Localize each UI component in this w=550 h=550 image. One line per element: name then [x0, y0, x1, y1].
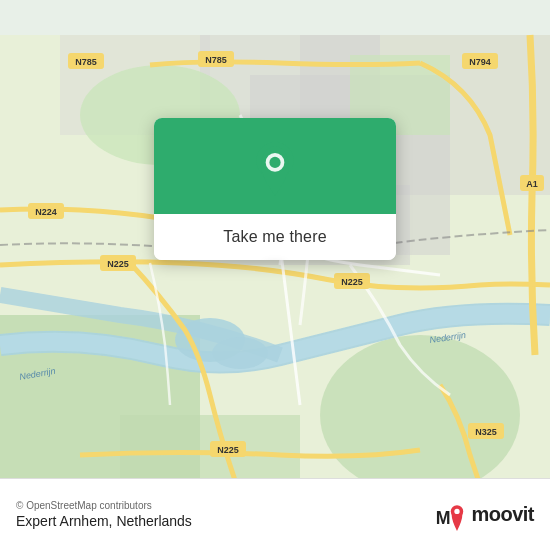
svg-text:N794: N794	[469, 57, 491, 67]
popup-card: Take me there	[154, 118, 396, 260]
bottom-left: © OpenStreetMap contributors Expert Arnh…	[16, 500, 192, 529]
svg-text:A1: A1	[526, 179, 538, 189]
map-svg: N785 N785 N794 A1 N224 N225 N225 N225 N3…	[0, 0, 550, 550]
moovit-logo[interactable]: M moovit	[433, 499, 534, 531]
svg-text:N785: N785	[75, 57, 97, 67]
popup-header	[154, 118, 396, 214]
location-name: Expert Arnhem, Netherlands	[16, 513, 192, 529]
svg-text:N225: N225	[107, 259, 129, 269]
svg-point-38	[455, 508, 460, 513]
svg-point-35	[269, 157, 280, 168]
svg-text:N785: N785	[205, 55, 227, 65]
svg-text:N225: N225	[341, 277, 363, 287]
moovit-text: moovit	[471, 503, 534, 526]
map-container: N785 N785 N794 A1 N224 N225 N225 N225 N3…	[0, 0, 550, 550]
take-me-there-button[interactable]: Take me there	[154, 214, 396, 260]
svg-text:N225: N225	[217, 445, 239, 455]
osm-credit: © OpenStreetMap contributors	[16, 500, 192, 511]
svg-point-12	[212, 337, 268, 369]
svg-text:M: M	[436, 507, 451, 527]
bottom-bar: © OpenStreetMap contributors Expert Arnh…	[0, 478, 550, 550]
svg-point-9	[320, 335, 520, 495]
svg-text:N224: N224	[35, 207, 57, 217]
location-pin-icon	[251, 140, 299, 196]
svg-text:N325: N325	[475, 427, 497, 437]
moovit-brand-icon: M	[433, 499, 465, 531]
